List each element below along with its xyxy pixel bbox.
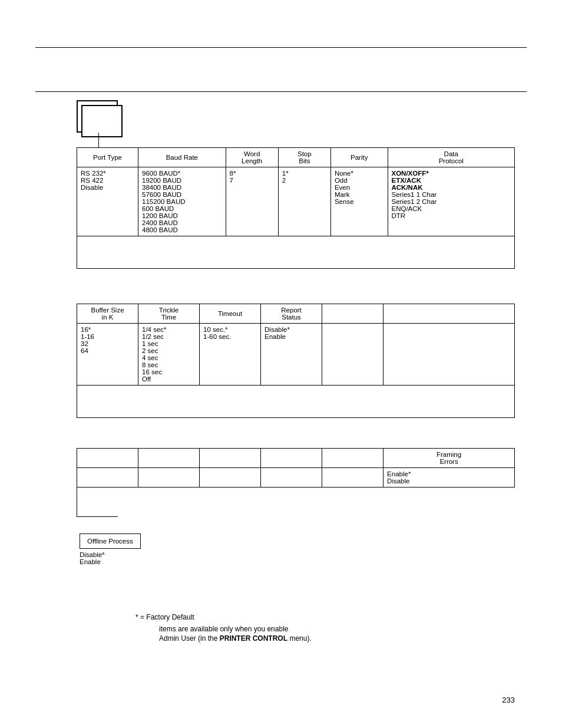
connect-s1-s2-horiz — [77, 268, 515, 269]
val-etx-ack: ETX/ACK — [392, 177, 421, 184]
header-trickle-time: TrickleTime — [138, 304, 200, 324]
val-ack-nak: ACK/NAK — [392, 184, 423, 191]
header-s3-empty1 — [77, 449, 138, 468]
section3-values-row: Enable*Disable — [77, 468, 515, 487]
header-s3-empty2 — [138, 449, 200, 468]
val-s3-empty2 — [138, 468, 200, 487]
val-report-status: Disable*Enable — [261, 324, 322, 386]
header-stop-bits: StopBits — [278, 148, 330, 167]
section4: Offline Process Disable* Enable — [77, 533, 515, 565]
header-s3-empty5 — [322, 449, 384, 468]
val-empty1 — [322, 324, 384, 386]
val-framing-errors: Enable*Disable — [384, 468, 515, 487]
header-parity: Parity — [330, 148, 388, 167]
section2-values-row: 16*1-163264 1/4 sec*1/2 sec1 sec2 sec4 s… — [77, 324, 515, 386]
section1-values-row: RS 232*RS 422Disable 9600 BAUD*19200 BAU… — [77, 167, 515, 236]
header-empty1 — [322, 304, 384, 324]
connect-s3-s4-horiz — [77, 516, 118, 517]
val-xon-xoff: XON/XOFF* — [392, 170, 429, 177]
val-trickle-time: 1/4 sec*1/2 sec1 sec2 sec4 sec8 sec16 se… — [138, 324, 200, 386]
footnote-items-line1: items are available only when you enable — [159, 625, 515, 633]
val-baud-rate: 9600 BAUD*19200 BAUD38400 BAUD57600 BAUD… — [138, 167, 226, 236]
connector-box-shadow — [81, 105, 123, 137]
val-stop-bits: 1*2 — [278, 167, 330, 236]
connect-line-v1 — [98, 133, 99, 147]
section3: FramingErrors Enable*Disable — [77, 448, 515, 487]
header-buffer-size: Buffer Sizein K — [77, 304, 138, 324]
page-container: 233 Port Type — [0, 0, 562, 728]
val-offline-enable: Enable — [80, 558, 515, 565]
connect-s1-s2-left — [77, 236, 77, 269]
connect-s2-s3-horiz — [77, 417, 515, 418]
section2: Buffer Sizein K TrickleTime Timeout Repo… — [77, 304, 515, 386]
val-s3-empty5 — [322, 468, 384, 487]
connect-s2-s3-left — [77, 386, 77, 418]
val-data-protocol: XON/XOFF*ETX/ACKACK/NAKSeries1 1 CharSer… — [388, 167, 515, 236]
connect-s2-s3-right — [514, 386, 515, 418]
connect-s1-s2-right — [514, 236, 515, 269]
val-s3-empty3 — [200, 468, 261, 487]
offline-process-box: Offline Process — [80, 533, 141, 549]
section2-header-row: Buffer Sizein K TrickleTime Timeout Repo… — [77, 304, 515, 324]
val-buffer-size: 16*1-163264 — [77, 324, 138, 386]
offline-process-label: Offline Process — [87, 538, 133, 545]
header-empty2 — [384, 304, 515, 324]
footnote-items-line2: Admin User (in the PRINTER CONTROL menu)… — [159, 634, 515, 643]
header-port-type: Port Type — [77, 148, 138, 167]
footnote-star: * = Factory Default — [135, 613, 194, 621]
val-word-length: 8*7 — [226, 167, 278, 236]
footnote-factory-default: * = Factory Default — [135, 613, 515, 621]
section1: Port Type Baud Rate WordLength StopBits … — [77, 147, 515, 236]
connector-box-outer — [77, 100, 127, 139]
val-empty2 — [384, 324, 515, 386]
section1-table: Port Type Baud Rate WordLength StopBits … — [77, 147, 515, 236]
section2-table: Buffer Sizein K TrickleTime Timeout Repo… — [77, 304, 515, 386]
header-report-status: ReportStatus — [261, 304, 322, 324]
connect-s3-s4-left — [77, 487, 77, 517]
val-timeout: 10 sec.*1-60 sec. — [200, 324, 261, 386]
val-s3-empty4 — [261, 468, 322, 487]
page-number: 233 — [502, 696, 515, 704]
header-baud-rate: Baud Rate — [138, 148, 226, 167]
val-offline-disable: Disable* — [80, 551, 515, 558]
header-timeout: Timeout — [200, 304, 261, 324]
header-word-length: WordLength — [226, 148, 278, 167]
footnotes-area: * = Factory Default items are available … — [135, 613, 515, 643]
header-s3-empty4 — [261, 449, 322, 468]
val-parity: None*OddEvenMarkSense — [330, 167, 388, 236]
header-s3-empty3 — [200, 449, 261, 468]
header-data-protocol: DataProtocol — [388, 148, 515, 167]
footnote-bold: PRINTER CONTROL — [220, 634, 287, 643]
bottom-rule — [35, 91, 527, 92]
top-rule — [35, 47, 527, 48]
section3-table: FramingErrors Enable*Disable — [77, 448, 515, 487]
section1-header-row: Port Type Baud Rate WordLength StopBits … — [77, 148, 515, 167]
val-s3-empty1 — [77, 468, 138, 487]
section3-header-row: FramingErrors — [77, 449, 515, 468]
offline-process-values: Disable* Enable — [80, 551, 515, 565]
val-port-type: RS 232*RS 422Disable — [77, 167, 138, 236]
header-framing-errors: FramingErrors — [384, 449, 515, 468]
